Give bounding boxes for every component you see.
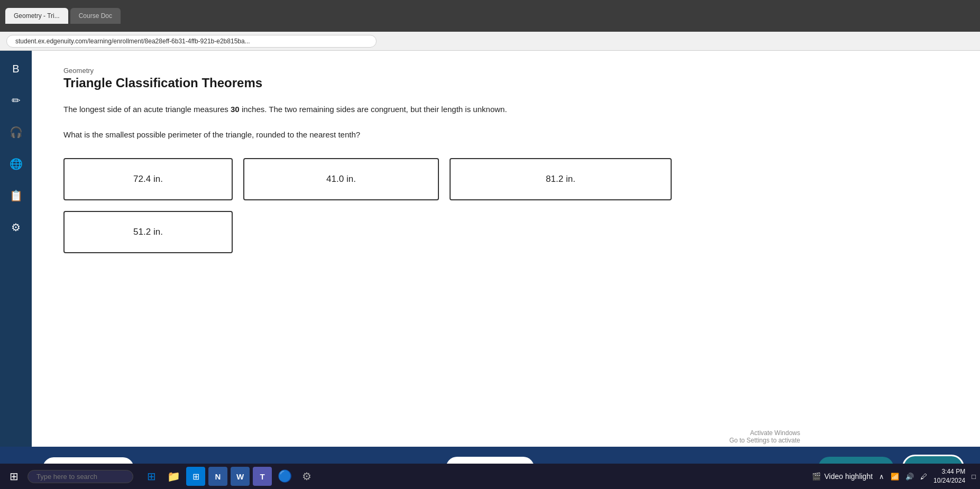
sidebar-book-icon[interactable]: B — [6, 59, 25, 78]
question-bold: 30 — [231, 105, 240, 114]
taskbar-windows-icon[interactable]: ⊞ — [186, 467, 205, 486]
sidebar: B ✏ 🎧 🌐 📋 ⚙ — [0, 51, 32, 447]
taskbar-wifi-icon: 📶 — [891, 473, 899, 481]
sidebar-settings-icon[interactable]: ⚙ — [6, 218, 25, 237]
answer-box-4[interactable]: 51.2 in. — [63, 211, 233, 253]
taskbar-file-icon[interactable]: 📁 — [164, 467, 183, 486]
question-text-part2: inches. The two remaining sides are cong… — [240, 105, 507, 114]
main-area: B ✏ 🎧 🌐 📋 ⚙ Geometry Triangle Classifica… — [0, 51, 980, 447]
start-button[interactable]: ⊞ — [4, 467, 23, 486]
answers-grid: 72.4 in. 41.0 in. 81.2 in. 51.2 in. — [63, 158, 698, 253]
taskbar-n-icon[interactable]: N — [208, 467, 227, 486]
taskbar-t-icon[interactable]: T — [253, 467, 272, 486]
taskbar-desktop-icon[interactable]: □ — [972, 473, 976, 481]
tab-bar: Geometry - Tri... Course Doc — [5, 8, 975, 24]
answer-box-3[interactable]: 81.2 in. — [450, 158, 672, 200]
address-bar-row: student.ex.edgenuity.com/learning/enroll… — [0, 32, 980, 51]
taskbar: ⊞ ⊞ 📁 ⊞ N W T 🔵 ⚙ 🎬 Video highlight ∧ 📶 … — [0, 464, 980, 489]
taskbar-right: 🎬 Video highlight ∧ 📶 🔊 🖊 3:44 PM 10/24/… — [812, 467, 976, 485]
inactive-tab[interactable]: Course Doc — [70, 8, 121, 24]
subject-label: Geometry — [63, 67, 948, 75]
video-highlight-label: Video highlight — [824, 472, 873, 481]
answer-box-1[interactable]: 72.4 in. — [63, 158, 233, 200]
taskbar-chrome-icon[interactable]: 🔵 — [275, 467, 294, 486]
taskbar-arrow-up[interactable]: ∧ — [879, 473, 884, 481]
taskbar-w-icon[interactable]: W — [231, 467, 250, 486]
sidebar-globe-icon[interactable]: 🌐 — [6, 154, 25, 173]
taskbar-search-input[interactable] — [28, 470, 133, 483]
question-text-part3: What is the smallest possible perimeter … — [63, 130, 360, 139]
video-highlight-icon: 🎬 — [812, 472, 821, 481]
taskbar-pen-icon: 🖊 — [920, 473, 927, 481]
sidebar-calculator-icon[interactable]: 📋 — [6, 186, 25, 205]
question-text-part1: The longest side of an acute triangle me… — [63, 105, 231, 114]
clock-time: 3:44 PM — [933, 467, 965, 476]
sidebar-headphone-icon[interactable]: 🎧 — [6, 123, 25, 142]
taskbar-grid-icon[interactable]: ⊞ — [142, 467, 161, 486]
browser-chrome: Geometry - Tri... Course Doc — [0, 0, 980, 32]
taskbar-apps: ⊞ 📁 ⊞ N W T 🔵 ⚙ — [142, 467, 316, 486]
sidebar-pen-icon[interactable]: ✏ — [6, 91, 25, 110]
taskbar-volume-icon[interactable]: 🔊 — [905, 473, 914, 481]
question-text: The longest side of an acute triangle me… — [63, 103, 539, 141]
address-bar[interactable]: student.ex.edgenuity.com/learning/enroll… — [6, 35, 377, 48]
time-display: 3:44 PM 10/24/2024 — [933, 467, 965, 485]
active-tab[interactable]: Geometry - Tri... — [5, 8, 68, 24]
answer-box-2[interactable]: 41.0 in. — [243, 158, 439, 200]
lesson-title: Triangle Classification Theorems — [63, 76, 948, 90]
taskbar-gear-icon[interactable]: ⚙ — [297, 467, 316, 486]
clock-date: 10/24/2024 — [933, 476, 965, 485]
video-highlight[interactable]: 🎬 Video highlight — [812, 472, 873, 481]
content-area: Geometry Triangle Classification Theorem… — [32, 51, 980, 447]
